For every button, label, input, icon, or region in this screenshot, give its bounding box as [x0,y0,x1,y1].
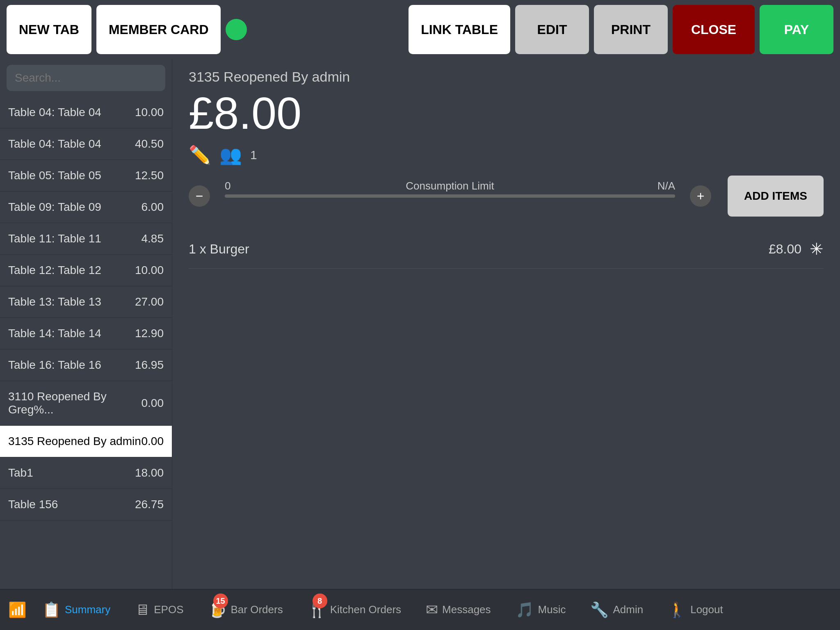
table-item-amount: 0.00 [142,435,164,448]
top-toolbar: NEW TAB MEMBER CARD LINK TABLE EDIT PRIN… [0,0,840,59]
table-item-amount: 12.90 [135,327,164,340]
nav-item-messages[interactable]: ✉ Messages [413,589,503,630]
order-item-name: 1 x Burger [189,242,249,257]
table-item[interactable]: Table 11: Table 114.85 [0,223,172,255]
tab-icons: ✏️ 👥 1 [189,144,824,166]
order-item-price: £8.00 [769,242,801,257]
table-item-name: 3110 Reopened By Greg%... [8,390,142,416]
nav-label-epos: EPOS [154,603,183,616]
bar-orders-badge: 15 [213,593,228,608]
table-item[interactable]: Table 04: Table 0410.00 [0,97,172,128]
guest-count: 1 [250,148,257,162]
table-item[interactable]: Table 14: Table 1412.90 [0,318,172,349]
table-item-amount: 27.00 [135,295,164,308]
table-item-amount: 40.50 [135,137,164,151]
nav-label-admin: Admin [613,603,643,616]
table-item-amount: 26.75 [135,498,164,511]
guests-icon: 👥 [219,144,242,166]
table-item-amount: 12.50 [135,169,164,182]
table-item-amount: 18.00 [135,466,164,479]
new-tab-button[interactable]: NEW TAB [7,5,91,54]
right-panel: 3135 Reopened By admin £8.00 ✏️ 👥 1 − 0 … [172,59,840,589]
table-item[interactable]: 3110 Reopened By Greg%...0.00 [0,381,172,426]
table-item-name: Table 09: Table 09 [8,201,101,214]
table-item-name: Table 156 [8,498,58,511]
add-items-button[interactable]: ADD ITEMS [728,176,824,217]
table-item[interactable]: Table 16: Table 1616.95 [0,349,172,381]
nav-item-epos[interactable]: 🖥 EPOS [123,589,196,630]
table-item-name: Table 05: Table 05 [8,169,101,182]
kitchen-orders-badge: 8 [313,593,327,608]
table-item-name: Table 04: Table 04 [8,137,101,151]
table-item-amount: 0.00 [142,397,164,410]
table-item-name: Table 11: Table 11 [8,232,101,245]
logout-icon: 🚶 [668,601,686,619]
table-item-name: 3135 Reopened By admin [8,435,141,448]
table-item-amount: 10.00 [135,106,164,119]
nav-item-bar-orders[interactable]: 15 🍺 Bar Orders [196,589,295,630]
nav-label-summary: Summary [65,603,110,616]
close-button[interactable]: CLOSE [673,5,755,54]
consumption-limit-label: Consumption Limit [406,180,494,192]
table-item[interactable]: Table 12: Table 1210.00 [0,255,172,286]
table-item[interactable]: Table 09: Table 096.00 [0,192,172,223]
consumption-decrease-button[interactable]: − [189,185,210,207]
search-input[interactable] [7,65,165,91]
wifi-icon: 📶 [8,601,27,619]
consumption-increase-button[interactable]: + [690,185,711,207]
nav-item-music[interactable]: 🎵 Music [503,589,578,630]
print-button[interactable]: PRINT [594,5,668,54]
main-content: Table 04: Table 0410.00Table 04: Table 0… [0,59,840,589]
table-item-name: Table 12: Table 12 [8,264,101,277]
tab-amount: £8.00 [189,88,824,138]
nav-item-summary[interactable]: 📋 Summary [30,589,123,630]
nav-label-kitchen-orders: Kitchen Orders [330,603,401,616]
table-item[interactable]: Table 05: Table 0512.50 [0,160,172,192]
table-item-name: Table 16: Table 16 [8,358,101,372]
consumption-track [225,194,675,198]
table-item[interactable]: 3135 Reopened By admin0.00 [0,426,172,457]
nav-label-music: Music [538,603,566,616]
tab-title: 3135 Reopened By admin [189,69,824,85]
link-table-button[interactable]: LINK TABLE [409,5,510,54]
nav-item-kitchen-orders[interactable]: 8 🍴 Kitchen Orders [295,589,413,630]
edit-pencil-icon: ✏️ [189,144,211,166]
table-item[interactable]: Table 13: Table 1327.00 [0,286,172,318]
order-items-list: 1 x Burger£8.00✳ [189,230,824,269]
table-item-amount: 4.85 [142,232,164,245]
nav-label-messages: Messages [442,603,491,616]
nav-label-logout: Logout [690,603,723,616]
table-item[interactable]: Tab118.00 [0,457,172,489]
table-item-amount: 6.00 [142,201,164,214]
status-indicator [226,19,247,40]
summary-icon: 📋 [42,601,61,619]
epos-icon: 🖥 [135,601,150,619]
table-item-name: Tab1 [8,466,33,479]
order-item-row: 1 x Burger£8.00✳ [189,230,824,269]
table-item-amount: 10.00 [135,264,164,277]
table-item-name: Table 04: Table 04 [8,106,101,119]
nav-label-bar-orders: Bar Orders [231,603,283,616]
nav-item-admin[interactable]: 🔧 Admin [578,589,655,630]
table-item-name: Table 13: Table 13 [8,295,101,308]
consumption-row: − 0 Consumption Limit N/A + ADD ITEMS [189,176,824,217]
sidebar: Table 04: Table 0410.00Table 04: Table 0… [0,59,172,589]
nav-item-logout[interactable]: 🚶 Logout [655,589,735,630]
table-list: Table 04: Table 0410.00Table 04: Table 0… [0,97,172,589]
pay-button[interactable]: PAY [760,5,833,54]
table-item[interactable]: Table 15626.75 [0,489,172,520]
consumption-max-label: N/A [657,180,675,192]
edit-button[interactable]: EDIT [515,5,589,54]
order-item-asterisk-icon[interactable]: ✳ [810,240,824,258]
table-item-amount: 16.95 [135,358,164,372]
admin-icon: 🔧 [590,601,609,619]
consumption-min-label: 0 [225,180,231,192]
messages-icon: ✉ [426,601,438,619]
table-item-name: Table 14: Table 14 [8,327,101,340]
order-item-right: £8.00✳ [769,240,824,258]
table-item[interactable]: Table 04: Table 0440.50 [0,128,172,160]
bottom-nav: 📶 📋 Summary 🖥 EPOS 15 🍺 Bar Orders 8 🍴 K… [0,589,840,630]
member-card-button[interactable]: MEMBER CARD [96,5,221,54]
music-icon: 🎵 [516,601,534,619]
